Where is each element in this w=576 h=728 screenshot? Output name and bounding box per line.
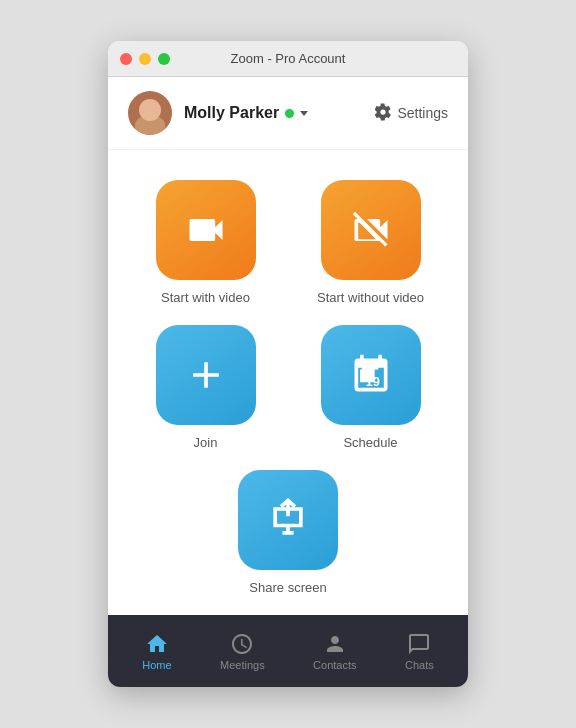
user-info: Molly Parker (184, 104, 374, 122)
nav-home-label: Home (142, 659, 171, 671)
settings-button[interactable]: Settings (374, 103, 448, 124)
share-screen-item[interactable]: Share screen (238, 470, 338, 595)
action-grid: Start with video Start without video (138, 180, 438, 450)
settings-label: Settings (397, 105, 448, 121)
schedule-item[interactable]: 19 Schedule (303, 325, 438, 450)
start-video-button[interactable] (156, 180, 256, 280)
person-icon (323, 632, 347, 656)
start-no-video-item[interactable]: Start without video (303, 180, 438, 305)
share-screen-label: Share screen (249, 580, 326, 595)
avatar (128, 91, 172, 135)
maximize-button[interactable] (158, 53, 170, 65)
video-icon (184, 208, 228, 252)
chat-icon (407, 632, 431, 656)
user-name: Molly Parker (184, 104, 279, 122)
header: Molly Parker Settings (108, 77, 468, 150)
share-screen-row: Share screen (128, 470, 448, 595)
chevron-down-icon[interactable] (300, 111, 308, 116)
start-no-video-button[interactable] (321, 180, 421, 280)
nav-chats[interactable]: Chats (389, 626, 450, 677)
bottom-nav: Home Meetings Contacts Chats (108, 615, 468, 687)
start-no-video-label: Start without video (317, 290, 424, 305)
nav-home[interactable]: Home (126, 626, 187, 677)
nav-meetings[interactable]: Meetings (204, 626, 281, 677)
gear-icon (374, 103, 392, 124)
title-bar: Zoom - Pro Account (108, 41, 468, 77)
app-window: Zoom - Pro Account Molly Parker Settings (108, 41, 468, 687)
close-button[interactable] (120, 53, 132, 65)
schedule-button[interactable]: 19 (321, 325, 421, 425)
main-content: Start with video Start without video (108, 150, 468, 615)
share-screen-button[interactable] (238, 470, 338, 570)
join-button[interactable] (156, 325, 256, 425)
clock-icon (230, 632, 254, 656)
nav-contacts[interactable]: Contacts (297, 626, 372, 677)
nav-chats-label: Chats (405, 659, 434, 671)
start-video-item[interactable]: Start with video (138, 180, 273, 305)
start-video-label: Start with video (161, 290, 250, 305)
home-icon (145, 632, 169, 656)
plus-icon (184, 353, 228, 397)
avatar-image (128, 91, 172, 135)
svg-text:19: 19 (365, 374, 379, 389)
schedule-label: Schedule (343, 435, 397, 450)
join-item[interactable]: Join (138, 325, 273, 450)
minimize-button[interactable] (139, 53, 151, 65)
join-label: Join (194, 435, 218, 450)
status-dot (285, 109, 294, 118)
calendar-icon: 19 (349, 353, 393, 397)
window-controls (120, 53, 170, 65)
share-icon (266, 498, 310, 542)
nav-meetings-label: Meetings (220, 659, 265, 671)
video-off-icon (349, 208, 393, 252)
nav-contacts-label: Contacts (313, 659, 356, 671)
window-title: Zoom - Pro Account (231, 51, 346, 66)
